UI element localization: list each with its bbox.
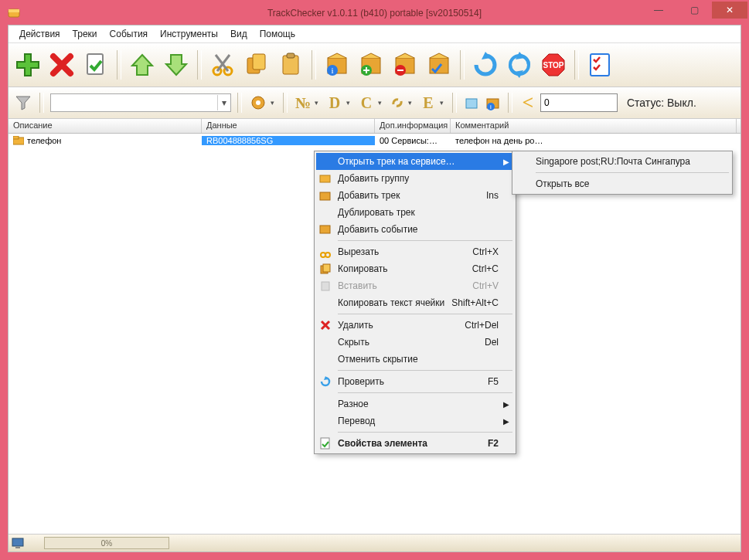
col-extra[interactable]: Доп.информация [375, 119, 451, 133]
chevron-down-icon[interactable]: ▾ [408, 99, 412, 107]
svg-rect-29 [320, 192, 330, 200]
monitor-icon [12, 537, 26, 549]
titlebar[interactable]: TrackChecker v1.0.11 (b410) portable [sv… [2, 2, 747, 25]
app-icon [8, 7, 20, 19]
maximize-button[interactable]: ▢ [676, 2, 712, 19]
main-toolbar: i STOP [9, 42, 740, 87]
box-remove-icon[interactable] [390, 50, 420, 80]
context-menu: Открыть трек на сервисе…▶ Добавить групп… [314, 151, 516, 454]
chevron-down-icon[interactable]: ▾ [315, 99, 318, 107]
link-icon[interactable] [389, 94, 406, 111]
letter-e-button[interactable]: E [419, 94, 437, 112]
ctx-hide[interactable]: СкрытьDel [316, 334, 514, 351]
context-submenu: Singapore post;RU:Почта Сингапура Открыт… [512, 151, 733, 195]
submenu-arrow-icon: ▶ [503, 417, 509, 426]
x-red-icon [319, 319, 332, 331]
svg-rect-8 [287, 53, 294, 58]
close-button[interactable]: ✕ [712, 2, 747, 19]
cut-icon[interactable] [208, 50, 237, 80]
svg-point-21 [256, 100, 260, 105]
funnel-icon[interactable] [13, 93, 33, 113]
ctx-add-group[interactable]: Добавить группу [316, 170, 514, 187]
down-icon[interactable] [162, 50, 191, 80]
submenu-arrow-icon: ▶ [503, 400, 509, 409]
box-info-small-icon[interactable]: i [485, 94, 502, 111]
checklist-icon[interactable] [585, 50, 615, 80]
refresh-one-icon[interactable] [471, 50, 500, 80]
svg-rect-37 [12, 538, 23, 546]
box-info-icon[interactable]: i [322, 50, 352, 80]
paste-small-icon [319, 280, 332, 292]
cell-data: RB004888856SG [202, 136, 375, 145]
ctx-add-track[interactable]: Добавить трекIns [316, 187, 514, 204]
ctx-paste: ВставитьCtrl+V [316, 277, 514, 294]
ctx-misc[interactable]: Разное▶ [316, 395, 514, 412]
col-data[interactable]: Данные [202, 119, 375, 133]
ctx-delete[interactable]: УдалитьCtrl+Del [316, 317, 514, 334]
submenu-arrow-icon: ▶ [503, 158, 509, 166]
svg-rect-30 [320, 226, 330, 233]
ctx-add-event[interactable]: Добавить событие [316, 221, 514, 238]
check-doc-icon[interactable] [81, 50, 111, 80]
grid-body[interactable]: телефон RB004888856SG 00 Сервисы:… телеф… [9, 134, 740, 534]
window-title: TrackChecker v1.0.11 (b410) portable [sv… [267, 8, 482, 19]
minimize-button[interactable]: — [641, 2, 676, 19]
svg-rect-22 [466, 99, 477, 108]
svg-text:STOP: STOP [543, 61, 563, 70]
ctx-check[interactable]: ПроверитьF5 [316, 373, 514, 390]
folder-open-icon [13, 136, 24, 145]
ctx-unhide[interactable]: Отменить скрытие [316, 351, 514, 368]
paste-icon[interactable] [276, 50, 305, 80]
number-input[interactable]: 0 [540, 93, 618, 112]
copy-icon[interactable] [242, 50, 271, 80]
chevron-down-icon[interactable]: ▾ [440, 99, 444, 107]
box-add-icon[interactable] [356, 50, 386, 80]
sub-singapore-post[interactable]: Singapore post;RU:Почта Сингапура [514, 153, 730, 170]
ctx-translate[interactable]: Перевод▶ [316, 412, 514, 429]
cube-blue-icon[interactable] [463, 94, 480, 111]
letter-c-button[interactable]: C [357, 94, 376, 112]
svg-rect-7 [283, 56, 298, 74]
ctx-dup-track[interactable]: Дублировать трек [316, 204, 514, 221]
menu-view[interactable]: Вид [224, 27, 254, 41]
stop-icon[interactable]: STOP [539, 50, 568, 80]
cell-description: телефон [27, 136, 61, 145]
sub-open-all[interactable]: Открыть все [514, 175, 730, 192]
delete-icon[interactable] [47, 50, 77, 80]
ctx-copy-cell[interactable]: Копировать текст ячейкиShift+Alt+C [316, 294, 514, 311]
cell-comment: телефон на день ро… [451, 136, 737, 145]
svg-point-32 [325, 253, 330, 257]
table-row[interactable]: телефон RB004888856SG 00 Сервисы:… телеф… [9, 134, 740, 147]
statusbar: 0% [9, 534, 740, 552]
number-value: 0 [544, 97, 550, 108]
refresh-all-icon[interactable] [505, 50, 534, 80]
ctx-cut[interactable]: ВырезатьCtrl+X [316, 243, 514, 260]
up-icon[interactable] [128, 50, 157, 80]
chevron-down-icon[interactable]: ▾ [378, 99, 382, 107]
menu-tools[interactable]: Инструменты [154, 27, 224, 41]
ctx-open-on-service[interactable]: Открыть трек на сервисе…▶ [316, 153, 514, 170]
col-description[interactable]: Описание [9, 119, 202, 133]
folder-add-icon [319, 172, 332, 185]
cell-extra: 00 Сервисы:… [375, 136, 451, 145]
ctx-properties[interactable]: Свойства элементаF2 [316, 435, 514, 452]
box-check-icon[interactable] [424, 50, 454, 80]
add-icon[interactable] [13, 50, 43, 80]
menu-tracks[interactable]: Треки [66, 27, 104, 41]
chevron-down-icon[interactable]: ▾ [346, 99, 350, 107]
letter-n-button[interactable]: № [294, 94, 312, 112]
svg-rect-6 [253, 54, 265, 70]
filter-combo[interactable]: ▾ [50, 93, 231, 112]
menu-help[interactable]: Помощь [254, 27, 301, 41]
letter-d-button[interactable]: D [325, 94, 344, 112]
ctx-copy[interactable]: КопироватьCtrl+C [316, 260, 514, 277]
gear-icon[interactable] [248, 93, 268, 113]
grid-header: Описание Данные Доп.информация Комментар… [9, 119, 740, 134]
svg-rect-28 [320, 175, 330, 182]
svg-rect-35 [322, 282, 329, 290]
col-comment[interactable]: Комментарий [451, 119, 737, 133]
chevron-down-icon[interactable]: ▾ [271, 99, 274, 107]
menu-actions[interactable]: Действия [13, 27, 66, 41]
less-than-icon[interactable]: < [519, 91, 537, 114]
menu-events[interactable]: События [104, 27, 155, 41]
